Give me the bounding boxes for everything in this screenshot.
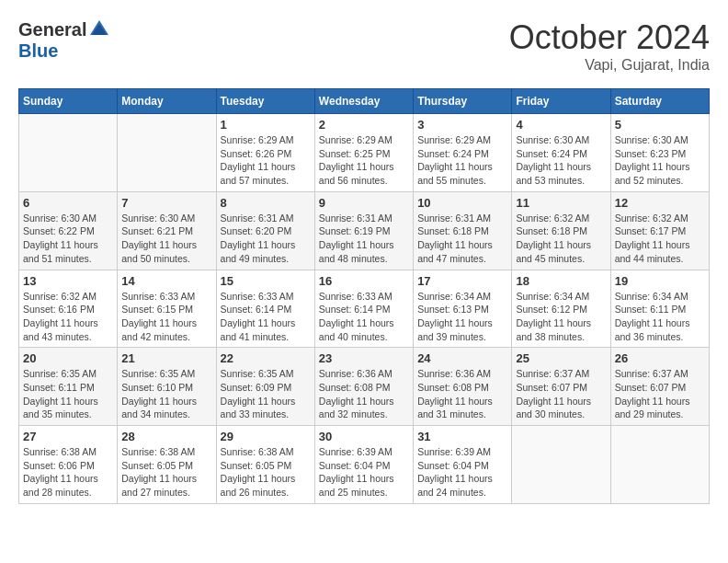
day-cell: 12Sunrise: 6:32 AMSunset: 6:17 PMDayligh… xyxy=(610,191,709,270)
weekday-header-thursday: Thursday xyxy=(414,89,512,114)
sunrise-text: Sunrise: 6:29 AM xyxy=(221,134,294,145)
sunrise-text: Sunrise: 6:31 AM xyxy=(221,213,294,224)
day-info: Sunrise: 6:29 AMSunset: 6:25 PMDaylight … xyxy=(319,133,409,188)
sunset-text: Sunset: 6:14 PM xyxy=(319,304,391,315)
day-cell: 14Sunrise: 6:33 AMSunset: 6:15 PMDayligh… xyxy=(118,270,216,348)
daylight-text: Daylight 11 hours and 42 minutes. xyxy=(121,317,197,342)
daylight-text: Daylight 11 hours and 41 minutes. xyxy=(221,317,296,342)
weekday-header-wednesday: Wednesday xyxy=(314,89,413,114)
day-cell: 5Sunrise: 6:30 AMSunset: 6:23 PMDaylight… xyxy=(610,114,709,192)
sunrise-text: Sunrise: 6:35 AM xyxy=(121,368,195,379)
day-info: Sunrise: 6:33 AMSunset: 6:14 PMDaylight … xyxy=(319,290,409,344)
day-number: 17 xyxy=(417,274,507,288)
daylight-text: Daylight 11 hours and 35 minutes. xyxy=(23,396,98,420)
sunset-text: Sunset: 6:04 PM xyxy=(319,460,391,471)
day-number: 13 xyxy=(23,274,113,288)
sunrise-text: Sunrise: 6:30 AM xyxy=(121,213,195,224)
day-number: 6 xyxy=(23,196,113,210)
day-number: 9 xyxy=(319,196,409,210)
day-cell: 26Sunrise: 6:37 AMSunset: 6:07 PMDayligh… xyxy=(610,348,709,426)
day-number: 19 xyxy=(615,274,705,288)
day-cell: 9Sunrise: 6:31 AMSunset: 6:19 PMDaylight… xyxy=(314,191,413,270)
day-cell xyxy=(610,426,709,504)
day-cell: 20Sunrise: 6:35 AMSunset: 6:11 PMDayligh… xyxy=(19,348,118,426)
day-info: Sunrise: 6:38 AMSunset: 6:06 PMDaylight … xyxy=(23,445,113,500)
day-number: 24 xyxy=(417,351,507,365)
day-cell: 15Sunrise: 6:33 AMSunset: 6:14 PMDayligh… xyxy=(216,270,314,348)
weekday-header-tuesday: Tuesday xyxy=(216,89,314,114)
sunset-text: Sunset: 6:25 PM xyxy=(319,148,391,159)
daylight-text: Daylight 11 hours and 33 minutes. xyxy=(221,396,296,420)
day-cell: 18Sunrise: 6:34 AMSunset: 6:12 PMDayligh… xyxy=(512,270,610,348)
daylight-text: Daylight 11 hours and 50 minutes. xyxy=(121,239,197,264)
weekday-header-row: SundayMondayTuesdayWednesdayThursdayFrid… xyxy=(19,89,710,114)
day-info: Sunrise: 6:34 AMSunset: 6:12 PMDaylight … xyxy=(516,290,606,344)
sunset-text: Sunset: 6:22 PM xyxy=(23,225,95,236)
sunrise-text: Sunrise: 6:32 AM xyxy=(516,213,589,224)
sunset-text: Sunset: 6:13 PM xyxy=(417,304,489,315)
sunrise-text: Sunrise: 6:32 AM xyxy=(23,291,97,302)
daylight-text: Daylight 11 hours and 27 minutes. xyxy=(121,473,197,498)
day-info: Sunrise: 6:29 AMSunset: 6:26 PMDaylight … xyxy=(221,133,311,188)
day-info: Sunrise: 6:37 AMSunset: 6:07 PMDaylight … xyxy=(516,367,606,421)
day-number: 23 xyxy=(319,351,409,365)
sunrise-text: Sunrise: 6:31 AM xyxy=(319,213,392,224)
sunrise-text: Sunrise: 6:30 AM xyxy=(516,134,589,145)
month-title: October 2024 xyxy=(509,18,710,57)
sunrise-text: Sunrise: 6:39 AM xyxy=(319,446,392,457)
daylight-text: Daylight 11 hours and 24 minutes. xyxy=(417,473,493,498)
daylight-text: Daylight 11 hours and 28 minutes. xyxy=(23,473,98,498)
sunrise-text: Sunrise: 6:35 AM xyxy=(221,368,294,379)
sunset-text: Sunset: 6:10 PM xyxy=(121,382,193,393)
daylight-text: Daylight 11 hours and 39 minutes. xyxy=(417,317,493,342)
sunrise-text: Sunrise: 6:36 AM xyxy=(417,368,491,379)
sunset-text: Sunset: 6:05 PM xyxy=(121,460,193,471)
day-info: Sunrise: 6:35 AMSunset: 6:09 PMDaylight … xyxy=(221,367,311,421)
day-cell: 31Sunrise: 6:39 AMSunset: 6:04 PMDayligh… xyxy=(414,426,512,504)
daylight-text: Daylight 11 hours and 43 minutes. xyxy=(23,317,98,342)
day-cell xyxy=(19,114,118,192)
day-cell: 7Sunrise: 6:30 AMSunset: 6:21 PMDaylight… xyxy=(118,191,216,270)
day-number: 31 xyxy=(417,430,507,443)
daylight-text: Daylight 11 hours and 47 minutes. xyxy=(417,239,493,264)
sunrise-text: Sunrise: 6:32 AM xyxy=(615,213,688,224)
day-number: 12 xyxy=(615,196,705,210)
logo-general: General xyxy=(18,19,86,40)
logo: General Blue xyxy=(18,18,110,62)
day-cell: 4Sunrise: 6:30 AMSunset: 6:24 PMDaylight… xyxy=(512,114,610,192)
day-info: Sunrise: 6:30 AMSunset: 6:23 PMDaylight … xyxy=(615,133,705,188)
sunset-text: Sunset: 6:20 PM xyxy=(221,225,292,236)
day-number: 22 xyxy=(221,351,311,365)
title-section: October 2024 Vapi, Gujarat, India xyxy=(509,18,710,74)
sunset-text: Sunset: 6:07 PM xyxy=(615,382,687,393)
logo-blue: Blue xyxy=(18,40,58,62)
day-info: Sunrise: 6:35 AMSunset: 6:10 PMDaylight … xyxy=(121,367,211,421)
day-info: Sunrise: 6:31 AMSunset: 6:19 PMDaylight … xyxy=(319,212,409,266)
daylight-text: Daylight 11 hours and 57 minutes. xyxy=(221,161,296,186)
daylight-text: Daylight 11 hours and 40 minutes. xyxy=(319,317,394,342)
daylight-text: Daylight 11 hours and 56 minutes. xyxy=(319,161,394,186)
day-info: Sunrise: 6:32 AMSunset: 6:18 PMDaylight … xyxy=(516,212,606,266)
sunset-text: Sunset: 6:08 PM xyxy=(417,382,489,393)
sunset-text: Sunset: 6:18 PM xyxy=(417,225,489,236)
sunrise-text: Sunrise: 6:38 AM xyxy=(23,446,97,457)
week-row-4: 20Sunrise: 6:35 AMSunset: 6:11 PMDayligh… xyxy=(19,348,710,426)
weekday-header-sunday: Sunday xyxy=(19,89,118,114)
day-number: 27 xyxy=(23,430,113,443)
day-cell: 23Sunrise: 6:36 AMSunset: 6:08 PMDayligh… xyxy=(314,348,413,426)
day-info: Sunrise: 6:30 AMSunset: 6:21 PMDaylight … xyxy=(121,212,211,266)
sunset-text: Sunset: 6:15 PM xyxy=(121,304,193,315)
week-row-1: 1Sunrise: 6:29 AMSunset: 6:26 PMDaylight… xyxy=(19,114,710,192)
day-info: Sunrise: 6:39 AMSunset: 6:04 PMDaylight … xyxy=(417,445,507,500)
day-number: 21 xyxy=(121,351,211,365)
day-number: 3 xyxy=(417,118,507,132)
day-cell: 22Sunrise: 6:35 AMSunset: 6:09 PMDayligh… xyxy=(216,348,314,426)
sunrise-text: Sunrise: 6:38 AM xyxy=(221,446,294,457)
weekday-header-saturday: Saturday xyxy=(610,89,709,114)
sunrise-text: Sunrise: 6:31 AM xyxy=(417,213,491,224)
sunrise-text: Sunrise: 6:29 AM xyxy=(417,134,491,145)
sunset-text: Sunset: 6:17 PM xyxy=(615,225,687,236)
week-row-3: 13Sunrise: 6:32 AMSunset: 6:16 PMDayligh… xyxy=(19,270,710,348)
daylight-text: Daylight 11 hours and 29 minutes. xyxy=(615,396,690,420)
daylight-text: Daylight 11 hours and 25 minutes. xyxy=(319,473,394,498)
